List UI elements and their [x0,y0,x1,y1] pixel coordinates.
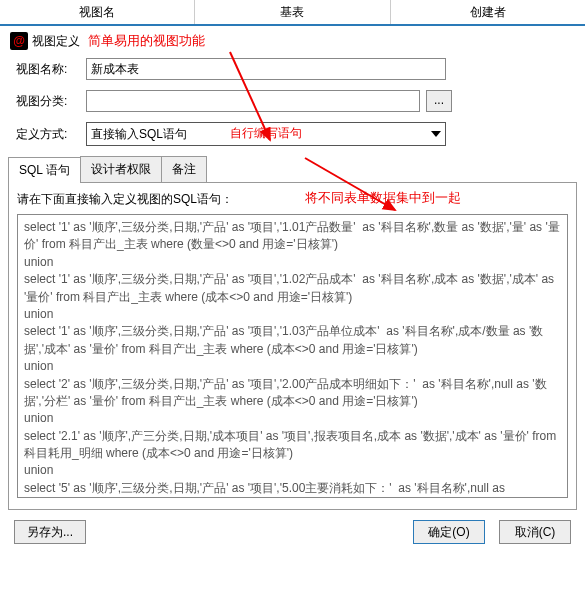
dialog-header: @ 视图定义 简单易用的视图功能 [10,32,575,50]
row-view-category: 视图分类: ... [10,90,575,112]
dialog-title: 视图定义 [32,33,80,50]
select-value: 直接输入SQL语句 [91,126,187,143]
tab-permission[interactable]: 设计者权限 [80,156,162,182]
input-view-category[interactable] [86,90,420,112]
row-define-mode: 定义方式: 直接输入SQL语句 自行编写语句 [10,122,575,146]
tab-note[interactable]: 备注 [161,156,207,182]
sql-textarea[interactable] [17,214,568,498]
cancel-button[interactable]: 取消(C) [499,520,571,544]
top-tabs: 视图名 基表 创建者 [0,0,585,26]
mode-annotation: 自行编写语句 [230,125,302,142]
label-define-mode: 定义方式: [16,126,86,143]
tab-sql[interactable]: SQL 语句 [8,157,81,183]
app-icon: @ [10,32,28,50]
label-view-category: 视图分类: [16,93,86,110]
tab-creator[interactable]: 创建者 [391,0,585,24]
tab-base-table[interactable]: 基表 [195,0,390,24]
chevron-down-icon [431,131,441,137]
input-view-name[interactable] [86,58,446,80]
saveas-button[interactable]: 另存为... [14,520,86,544]
label-view-name: 视图名称: [16,61,86,78]
sql-panel: 请在下面直接输入定义视图的SQL语句： 将不同表单数据集中到一起 [8,183,577,510]
button-bar: 另存为... 确定(O) 取消(C) [0,510,585,552]
sql-prompt: 请在下面直接输入定义视图的SQL语句： [17,191,568,208]
header-annotation: 简单易用的视图功能 [88,32,205,50]
tab-view-name[interactable]: 视图名 [0,0,195,24]
ok-button[interactable]: 确定(O) [413,520,485,544]
inner-tabs: SQL 语句 设计者权限 备注 [8,156,577,183]
row-view-name: 视图名称: [10,58,575,80]
browse-button[interactable]: ... [426,90,452,112]
